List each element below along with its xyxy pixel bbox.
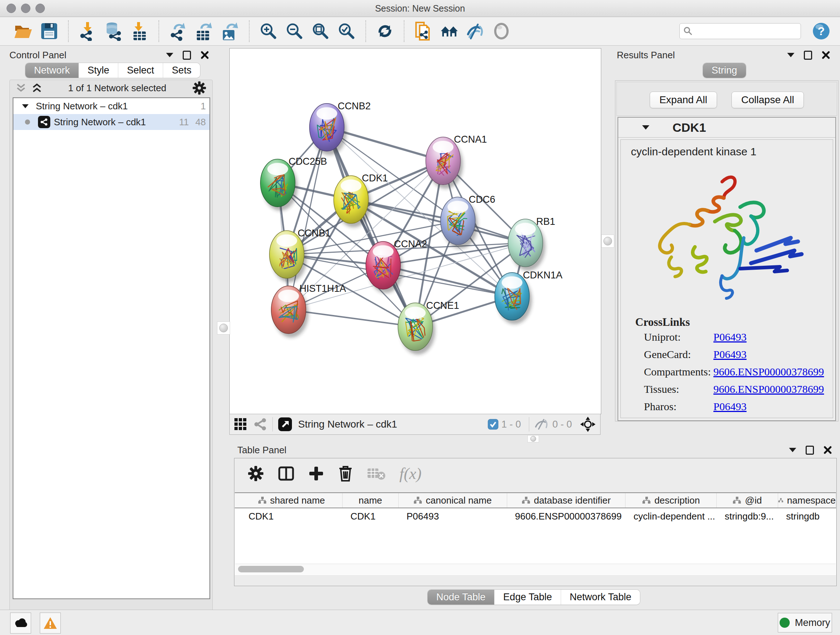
cloud-button[interactable] [10,613,31,633]
node-CCNA2[interactable]: CCNA2 [366,239,427,293]
warnings-button[interactable] [40,613,61,633]
tab-string[interactable]: String [703,63,746,78]
save-session-icon[interactable] [40,22,58,41]
export-image-icon[interactable] [221,22,240,41]
crosslink-link[interactable]: P06493 [714,401,747,413]
minimize-window-button[interactable] [21,4,30,13]
network-tree: String Network – cdk1 1 String Network –… [13,97,210,599]
export-table-icon[interactable] [195,22,213,41]
memory-button[interactable]: Memory [778,613,832,632]
tree-expand-icon[interactable] [22,104,28,108]
network-row[interactable]: String Network – cdk1 11 48 [13,114,210,130]
show-all-eye-icon[interactable] [492,22,511,41]
tab-edge-table[interactable]: Edge Table [494,590,561,605]
close-window-button[interactable] [6,4,16,13]
table-horizontal-scrollbar[interactable] [235,564,836,574]
network-view[interactable]: CCNB2CCNA1CDC25BCDK1CDC6RB1CCNB1CCNA2CDK… [229,48,601,414]
gear-icon[interactable] [192,81,207,95]
float-panel-icon[interactable] [804,51,812,60]
node-CCNB2[interactable]: CCNB2 [309,101,371,155]
crosslink-link[interactable]: 9606.ENSP00000378699 [714,366,824,378]
close-panel-icon[interactable] [823,446,832,454]
pan-crosshair-icon[interactable] [580,416,596,432]
tab-network[interactable]: Network [25,63,79,78]
open-folder-icon[interactable] [14,22,33,41]
tab-node-table[interactable]: Node Table [428,590,494,605]
column-header-shared-name[interactable]: shared name [240,493,343,508]
zoom-in-icon[interactable] [259,22,278,41]
tab-style[interactable]: Style [79,63,118,78]
zoom-out-icon[interactable] [285,22,304,41]
network-collection-row[interactable]: String Network – cdk1 1 [13,98,210,114]
panel-menu-icon[interactable] [789,448,796,452]
grid-view-icon[interactable] [234,418,247,431]
hidden-eye-slash-icon[interactable] [534,419,549,430]
node-CDKN1A[interactable]: CDKN1A [495,270,562,325]
hide-selected-eye-icon[interactable] [466,22,485,41]
delete-column-icon[interactable] [338,465,353,482]
column-header--id[interactable]: @id [717,493,778,508]
node-label-CCNE1: CCNE1 [426,300,459,311]
maximize-window-button[interactable] [35,4,45,13]
panel-menu-icon[interactable] [787,53,794,57]
tab-network-table[interactable]: Network Table [561,590,640,605]
node-CDC25B[interactable]: CDC25B [261,156,327,211]
add-column-icon[interactable] [308,466,324,481]
import-database-icon[interactable] [104,22,123,41]
close-panel-icon[interactable] [201,51,209,59]
open-in-new-window-icon[interactable] [278,417,292,432]
node-CCNA1[interactable]: CCNA1 [426,134,487,188]
search-input[interactable] [693,26,796,36]
column-header-description[interactable]: description [625,493,717,508]
node-label-CDK1: CDK1 [362,173,388,184]
tab-select[interactable]: Select [118,63,163,78]
tab-sets[interactable]: Sets [163,63,200,78]
node-CCNE1[interactable]: CCNE1 [398,300,459,355]
edge-CCNB2-CCNE1[interactable] [327,127,415,327]
crosslink-link[interactable]: 9606.ENSP00000378699 [714,383,824,395]
node-CDC6[interactable]: CDC6 [441,194,495,249]
column-header-canonical-name[interactable]: canonical name [399,493,507,508]
panel-menu-icon[interactable] [166,53,173,57]
scrollbar-thumb[interactable] [238,566,304,572]
column-header-namespace[interactable]: namespace [778,493,836,508]
zoom-fit-icon[interactable] [311,22,330,41]
node-CDK1[interactable]: CDK1 [333,173,388,227]
network-overview-icon[interactable] [254,417,267,431]
horizontal-splitter-handle[interactable] [527,435,539,442]
close-panel-icon[interactable] [821,51,830,59]
float-panel-icon[interactable] [183,51,191,60]
expand-all-button[interactable]: Expand All [650,92,717,108]
left-splitter-handle[interactable] [217,321,230,334]
export-network-icon[interactable] [169,22,187,41]
section-collapse-icon[interactable] [642,125,649,130]
clone-network-icon[interactable] [414,22,433,41]
node-RB1[interactable]: RB1 [508,216,555,271]
zoom-selected-icon[interactable] [337,22,356,41]
collapse-all-button[interactable]: Collapse All [731,92,804,108]
collapse-all-icon[interactable] [16,83,27,93]
expand-all-icon[interactable] [32,83,42,93]
search-field[interactable] [679,23,801,39]
refresh-icon[interactable] [376,22,394,41]
table-settings-gear-icon[interactable] [248,465,264,482]
toolbar-separator [404,20,404,42]
float-panel-icon[interactable] [806,446,814,455]
help-icon[interactable]: ? [812,22,831,41]
node-section-header[interactable]: CDK1 [618,118,835,138]
right-splitter-handle[interactable] [601,234,614,248]
crosslink-link[interactable]: P06493 [714,331,747,343]
table-row[interactable]: CDK1CDK1P064939606.ENSP00000378699cyclin… [235,508,836,524]
edge-CCNB2-HIST1H1A[interactable] [289,127,327,310]
node-count: 11 [179,117,189,128]
home-icon[interactable] [440,22,459,41]
import-network-icon[interactable] [78,22,97,41]
main-toolbar: ? [0,17,840,46]
crosslink-link[interactable]: P06493 [714,348,747,361]
column-header-name[interactable]: name [343,493,399,508]
import-table-icon[interactable] [130,22,149,41]
show-columns-icon[interactable] [278,465,294,482]
column-header-database-identifier[interactable]: database identifier [507,493,626,508]
selected-nodes-checkbox-icon[interactable] [488,419,499,430]
node-HIST1H1A[interactable]: HIST1H1A [271,283,346,338]
